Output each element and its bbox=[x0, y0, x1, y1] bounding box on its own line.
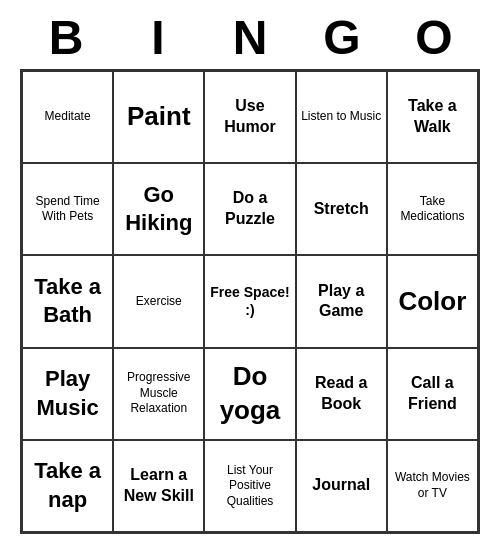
table-row: Spend Time With Pets bbox=[22, 163, 113, 255]
title-o: O bbox=[390, 10, 478, 65]
table-row: Take Medications bbox=[387, 163, 478, 255]
title-n: N bbox=[206, 10, 294, 65]
table-row: Exercise bbox=[113, 255, 204, 347]
table-row: Take a Walk bbox=[387, 71, 478, 163]
table-row: Stretch bbox=[296, 163, 387, 255]
bingo-title: B I N G O bbox=[20, 10, 480, 65]
table-row: Go Hiking bbox=[113, 163, 204, 255]
table-row: Watch Movies or TV bbox=[387, 440, 478, 532]
table-row: List Your Positive Qualities bbox=[204, 440, 295, 532]
table-row: Listen to Music bbox=[296, 71, 387, 163]
title-g: G bbox=[298, 10, 386, 65]
table-row: Take a Bath bbox=[22, 255, 113, 347]
table-row: Call a Friend bbox=[387, 348, 478, 440]
table-row: Take a nap bbox=[22, 440, 113, 532]
table-row: Read a Book bbox=[296, 348, 387, 440]
table-row: Do yoga bbox=[204, 348, 295, 440]
table-row: Play a Game bbox=[296, 255, 387, 347]
table-row: Journal bbox=[296, 440, 387, 532]
table-row: Color bbox=[387, 255, 478, 347]
table-row: Do a Puzzle bbox=[204, 163, 295, 255]
table-row: Play Music bbox=[22, 348, 113, 440]
bingo-grid: MeditatePaintUse HumorListen to MusicTak… bbox=[20, 69, 480, 534]
table-row: Learn a New Skill bbox=[113, 440, 204, 532]
table-row: Paint bbox=[113, 71, 204, 163]
table-row: Free Space! :) bbox=[204, 255, 295, 347]
title-b: B bbox=[22, 10, 110, 65]
title-i: I bbox=[114, 10, 202, 65]
table-row: Progressive Muscle Relaxation bbox=[113, 348, 204, 440]
table-row: Use Humor bbox=[204, 71, 295, 163]
table-row: Meditate bbox=[22, 71, 113, 163]
